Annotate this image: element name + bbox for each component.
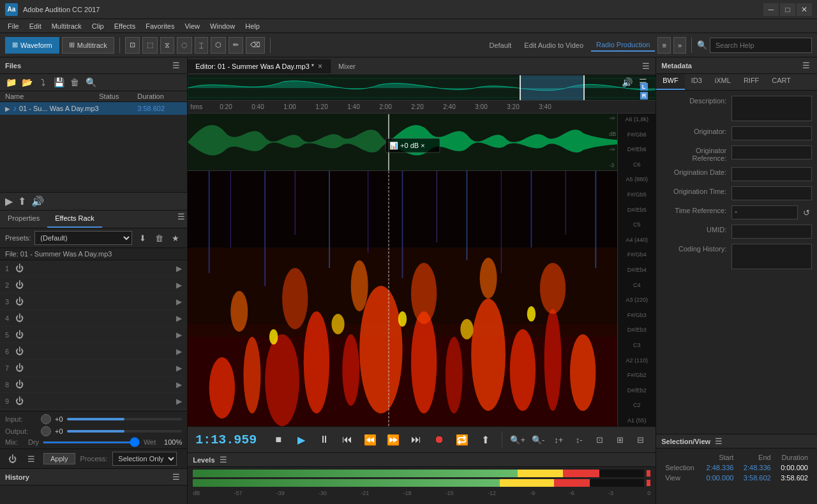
effect-arrow-6[interactable]: ▶: [176, 347, 182, 356]
files-menu-button[interactable]: ☰: [170, 60, 182, 71]
selection-view-menu-button[interactable]: ☰: [713, 436, 724, 447]
time-select-button[interactable]: ⌶: [195, 37, 208, 54]
effect-power-9[interactable]: ⏻: [15, 396, 24, 406]
menu-window[interactable]: Window: [205, 21, 240, 31]
spectral-display[interactable]: 📊 +0 dB × -∞ dB -∞ -3: [188, 114, 617, 426]
presets-select[interactable]: (Default): [34, 231, 132, 245]
loop-button[interactable]: 🔁: [453, 431, 471, 448]
skip-to-end-button[interactable]: ⏭: [407, 431, 425, 448]
waveform-main[interactable]: 📊 +0 dB × -∞ dB -∞ -3: [188, 114, 617, 171]
waveform-mode-button[interactable]: ⊞ Waveform: [5, 37, 59, 54]
workspace-options-button[interactable]: ≡: [657, 37, 670, 54]
rewind-button[interactable]: ⏪: [361, 431, 379, 448]
selection-end[interactable]: 2:48.336: [737, 463, 774, 473]
zoom-to-selection-button[interactable]: ⊡: [592, 432, 607, 447]
process-select[interactable]: Selection Only: [112, 452, 177, 466]
multitrack-mode-button[interactable]: ⊞ Multitrack: [62, 37, 114, 54]
presets-delete-button[interactable]: 🗑: [153, 232, 165, 244]
zoom-in-amp-button[interactable]: ↕+: [551, 432, 566, 447]
effect-power-2[interactable]: ⏻: [15, 280, 24, 290]
search-input[interactable]: [710, 38, 812, 53]
presets-save-button[interactable]: ⬇: [136, 232, 149, 244]
menu-clip[interactable]: Clip: [87, 21, 109, 31]
history-menu-button[interactable]: ☰: [170, 471, 182, 483]
skip-to-start-button[interactable]: ⏮: [338, 431, 356, 448]
menu-help[interactable]: Help: [240, 21, 265, 31]
meta-description-input[interactable]: [731, 96, 812, 121]
meta-origin-time-input[interactable]: [731, 186, 812, 200]
meta-tab-riff[interactable]: RIFF: [737, 74, 765, 90]
meta-time-ref-input[interactable]: -: [731, 205, 798, 219]
tab-properties[interactable]: Properties: [0, 211, 47, 228]
editor-tab[interactable]: Editor: 01 - Summer Was A Day.mp3 * ×: [188, 59, 331, 73]
effect-arrow-9[interactable]: ▶: [176, 397, 182, 406]
spectrum-view-button[interactable]: 🔊: [620, 77, 633, 88]
menu-edit[interactable]: Edit: [24, 21, 47, 31]
search-files-button[interactable]: 🔍: [84, 76, 98, 89]
delete-button[interactable]: 🗑: [68, 76, 82, 89]
effect-power-4[interactable]: ⏻: [15, 313, 24, 323]
eraser-button[interactable]: ⌫: [246, 37, 265, 54]
output-knob[interactable]: [41, 426, 51, 436]
marquee-button[interactable]: ⬡: [211, 37, 226, 54]
effect-arrow-5[interactable]: ▶: [176, 330, 182, 339]
move-tool-button[interactable]: ⊡: [125, 37, 140, 54]
meta-originator-ref-input[interactable]: [731, 145, 812, 159]
presets-star-button[interactable]: ★: [169, 232, 182, 244]
workspace-edit-audio-button[interactable]: Edit Audio to Video: [519, 40, 588, 51]
mini-play-button[interactable]: ▶: [5, 195, 13, 207]
save-button[interactable]: 💾: [52, 76, 66, 89]
effect-power-1[interactable]: ⏻: [15, 263, 24, 273]
tab-effects-rack[interactable]: Effects Rack: [47, 211, 102, 228]
effect-arrow-1[interactable]: ▶: [176, 264, 182, 273]
meta-tab-bwf[interactable]: BWF: [656, 74, 684, 90]
lasso-tool-button[interactable]: ◌: [177, 37, 192, 54]
view-start[interactable]: 0:00.000: [700, 473, 737, 483]
import-button[interactable]: ⤵: [36, 76, 50, 89]
meta-origin-date-input[interactable]: [731, 167, 812, 181]
menu-favorites[interactable]: Favorites: [140, 21, 179, 31]
effect-arrow-7[interactable]: ▶: [176, 364, 182, 373]
apply-button[interactable]: Apply: [43, 453, 75, 464]
zoom-out-amp-button[interactable]: ↕-: [571, 432, 587, 447]
workspace-radio-button[interactable]: Radio Production: [591, 39, 655, 52]
effect-power-5[interactable]: ⏻: [15, 330, 24, 339]
select-tool-button[interactable]: ⬚: [142, 37, 158, 54]
stop-button[interactable]: ■: [269, 431, 287, 448]
power-toggle-button[interactable]: ⏻: [5, 452, 19, 465]
pause-button[interactable]: ⏸: [315, 431, 333, 448]
menu-file[interactable]: File: [3, 21, 24, 31]
razor-tool-button[interactable]: ⧖: [160, 37, 174, 54]
open-file-button[interactable]: 📂: [20, 76, 34, 89]
record-button[interactable]: ⏺: [430, 431, 448, 448]
effect-arrow-4[interactable]: ▶: [176, 314, 182, 323]
mix-slider[interactable]: [43, 441, 140, 443]
effect-power-7[interactable]: ⏻: [15, 363, 24, 373]
minimize-button[interactable]: ─: [763, 3, 779, 16]
menu-multitrack[interactable]: Multitrack: [47, 21, 87, 31]
meta-tab-cart[interactable]: CART: [765, 74, 797, 90]
close-button[interactable]: ✕: [797, 3, 812, 16]
meta-tab-id3[interactable]: ID3: [685, 74, 708, 90]
workspace-extra-button[interactable]: »: [673, 37, 686, 54]
zoom-out-time-button[interactable]: 🔍-: [530, 432, 546, 447]
list-view-button[interactable]: ☰: [24, 452, 38, 465]
effect-power-3[interactable]: ⏻: [15, 297, 24, 306]
view-end[interactable]: 3:58.602: [737, 473, 774, 483]
meta-tab-ixml[interactable]: iXML: [708, 74, 737, 90]
effect-power-8[interactable]: ⏻: [15, 380, 24, 389]
time-ref-reset-button[interactable]: ↺: [800, 207, 812, 218]
input-knob[interactable]: [41, 414, 51, 424]
mixer-tab[interactable]: Mixer: [331, 60, 363, 73]
play-button[interactable]: ▶: [292, 431, 310, 448]
list-item[interactable]: ▶ ♪ 01 - Su... Was A Day.mp3 3:58.602: [0, 102, 187, 115]
menu-effects[interactable]: Effects: [109, 21, 140, 31]
meta-umid-input[interactable]: [731, 225, 812, 239]
workspace-default-button[interactable]: Default: [484, 40, 516, 51]
selection-start[interactable]: 2:48.336: [700, 463, 737, 473]
spectral-main[interactable]: [188, 171, 617, 426]
paintbrush-button[interactable]: ✏: [229, 37, 243, 54]
menu-view[interactable]: View: [179, 21, 205, 31]
export-button[interactable]: ⬆: [476, 431, 494, 448]
mini-export-button[interactable]: ⬆: [18, 195, 26, 207]
